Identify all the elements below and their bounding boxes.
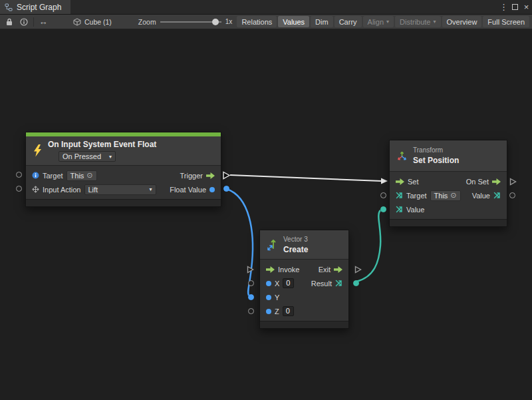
values-label: Values — [283, 18, 305, 26]
toolbar-button-group: Relations Values Dim Carry Align▾ Distri… — [237, 16, 530, 27]
value-in-port-label: Value — [406, 206, 424, 214]
flow-arrow-icon[interactable] — [334, 266, 342, 273]
vector3-node-header[interactable]: Vector 3 Create — [260, 230, 348, 260]
flow-arrow-icon[interactable] — [266, 266, 275, 273]
chevron-down-icon: ▾ — [434, 19, 436, 25]
script-graph-icon — [5, 3, 13, 11]
ext-port-x-input[interactable] — [248, 280, 254, 286]
vector-port-icon[interactable] — [396, 192, 403, 199]
ext-port-result-output[interactable] — [353, 280, 359, 286]
vector-port-icon[interactable] — [396, 206, 403, 213]
target-object-value: This — [70, 172, 84, 180]
ext-port-y-input[interactable] — [248, 294, 254, 300]
flow-arrow-icon[interactable] — [492, 178, 501, 185]
float-port-icon[interactable] — [266, 309, 271, 314]
transform-node-header[interactable]: Transform Set Position — [390, 140, 507, 172]
ext-port-value-input[interactable] — [380, 206, 386, 212]
flow-arrow-icon[interactable] — [396, 178, 404, 185]
ext-port-target-input[interactable] — [16, 172, 22, 178]
wire-floatvalue-to-y[interactable] — [227, 189, 253, 296]
maximize-icon — [512, 4, 518, 10]
relations-label: Relations — [241, 18, 272, 26]
node-transform-set-position[interactable]: Transform Set Position Set On Set — [389, 140, 507, 227]
flow-arrow-icon[interactable] — [206, 172, 215, 179]
values-button[interactable]: Values — [278, 16, 309, 27]
set-port-label: Set — [408, 178, 419, 186]
window-maximize-button[interactable] — [509, 0, 521, 14]
menu-dots-icon: ⋮ — [499, 2, 508, 12]
node-on-input-system-event-float[interactable]: On Input System Event Float On Pressed ▾… — [25, 132, 221, 207]
ext-port-exit-output[interactable] — [354, 266, 362, 274]
float-port-icon[interactable] — [266, 281, 271, 286]
graph-toolbar: ↔ Cube (1) Zoom 1x Relations Values Dim … — [0, 15, 532, 29]
ext-port-float-value-output[interactable] — [223, 186, 229, 192]
ext-port-transform-target-input[interactable] — [380, 192, 386, 198]
inspect-button[interactable] — [17, 15, 31, 29]
float-port-icon[interactable] — [266, 295, 271, 300]
float-port-icon[interactable] — [209, 187, 215, 192]
titlebar-spacer — [70, 0, 498, 14]
node-vector3-create[interactable]: Vector 3 Create Invoke Exit X — [259, 230, 349, 329]
wire-arrowhead-icon — [381, 178, 388, 184]
ext-port-trigger-output[interactable] — [222, 171, 231, 180]
overview-label: Overview — [447, 18, 477, 26]
input-action-dropdown[interactable]: Lift ▾ — [84, 184, 156, 195]
carry-label: Carry — [339, 18, 357, 26]
toolbar-separator — [33, 17, 34, 27]
window-close-button[interactable]: × — [521, 0, 532, 14]
tab-script-graph[interactable]: Script Graph — [0, 0, 70, 14]
target-object-picker[interactable]: This ⊙ — [66, 170, 97, 181]
object-picker-icon: ⊙ — [450, 192, 456, 199]
x-port-label: X — [275, 280, 279, 288]
dim-label: Dim — [315, 18, 329, 26]
overview-button[interactable]: Overview — [442, 16, 482, 27]
target-port-label: Target — [43, 172, 63, 180]
zoom-slider-handle[interactable] — [212, 19, 219, 25]
ext-port-invoke-input[interactable] — [247, 266, 254, 274]
chevron-down-icon: ▾ — [386, 19, 389, 25]
lock-icon — [6, 18, 13, 26]
info-icon — [20, 18, 28, 26]
ext-port-input-action-input[interactable] — [16, 186, 22, 192]
ext-port-on-set-output[interactable] — [509, 178, 517, 186]
vector3-icon — [267, 238, 278, 251]
align-dropdown-button[interactable]: Align▾ — [363, 16, 394, 27]
distribute-dropdown-button[interactable]: Distribute▾ — [395, 16, 440, 27]
carry-button[interactable]: Carry — [334, 16, 362, 27]
vector-port-icon[interactable] — [493, 192, 501, 199]
port-row-y: Y — [260, 290, 348, 304]
ext-port-value-output[interactable] — [509, 192, 515, 198]
zoom-label: Zoom — [138, 18, 156, 26]
y-port-label: Y — [275, 294, 279, 301]
transform-node-title: Set Position — [413, 156, 459, 165]
zoom-slider[interactable] — [160, 18, 221, 26]
dim-button[interactable]: Dim — [311, 16, 333, 27]
object-picker-icon: ⊙ — [86, 172, 92, 179]
z-value-field[interactable]: 0 — [283, 306, 294, 316]
port-row-invoke-exit: Invoke Exit — [260, 262, 348, 276]
transform-target-object-picker[interactable]: This ⊙ — [430, 190, 461, 201]
vector-port-icon[interactable] — [335, 280, 342, 287]
graph-canvas[interactable]: On Input System Event Float On Pressed ▾… — [0, 29, 532, 400]
result-port-label: Result — [311, 280, 332, 288]
object-icon — [32, 172, 39, 179]
port-row-target-value: Target This ⊙ Value — [390, 188, 507, 202]
window-menu-button[interactable]: ⋮ — [498, 0, 509, 14]
full-screen-button[interactable]: Full Screen — [483, 16, 529, 27]
distribute-label: Distribute — [400, 18, 430, 26]
event-mode-dropdown[interactable]: On Pressed ▾ — [59, 151, 116, 162]
float-value-port-label: Float Value — [170, 186, 206, 194]
lock-button[interactable] — [2, 15, 17, 29]
graph-target-indicator[interactable]: Cube (1) — [73, 18, 112, 26]
port-row-z: Z 0 — [260, 304, 348, 318]
event-node-body: Target This ⊙ Trigger Input Action — [26, 166, 221, 199]
relations-button[interactable]: Relations — [237, 16, 277, 27]
transform-node-subtitle: Transform — [413, 146, 459, 154]
exit-port-label: Exit — [319, 266, 331, 274]
trigger-port-label: Trigger — [180, 172, 203, 180]
ext-port-z-input[interactable] — [248, 308, 254, 314]
expand-button[interactable]: ↔ — [36, 15, 51, 29]
x-value-field[interactable]: 0 — [283, 278, 294, 288]
event-node-header[interactable]: On Input System Event Float On Pressed ▾ — [26, 136, 221, 166]
wire-trigger-to-set[interactable] — [230, 175, 382, 181]
